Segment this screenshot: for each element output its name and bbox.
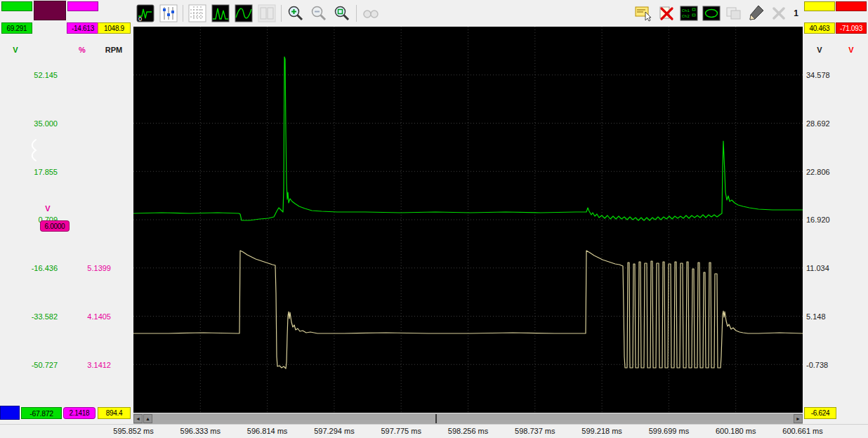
zoom-reset-button[interactable] [333,4,351,22]
time-tick-label: 597.294 ms [314,427,354,435]
right-yellow-bottom-value: -6.624 [804,407,836,419]
toolbar-separator [356,5,357,22]
tick-label: 22.806 [806,167,845,177]
time-tick-label: 599.699 ms [649,427,689,435]
time-tick-label: 596.333 ms [180,427,221,435]
connect-bar-button[interactable] [635,4,653,22]
disconnect-button[interactable] [657,4,676,22]
magenta-bottom-value: 2.1418 [63,407,96,419]
tick-label: 34.578 [806,70,845,80]
horizontal-scrollbar[interactable]: ◄ ▲ ► [133,413,803,424]
annotate-pen-button[interactable] [747,4,765,22]
scroll-marker-button[interactable]: ▲ [143,414,152,423]
measurement-rulers-button[interactable] [159,4,178,22]
magenta-live-value[interactable]: 6.0000 [40,220,70,232]
svg-text:Ch1: Ch1 [682,8,690,13]
tick-label: 5.148 [806,312,845,321]
waveform-smooth-button[interactable] [235,4,253,22]
green-scale: 52.14535.00017.8550.709-16.436-33.582-50… [1,0,29,393]
scroll-thumb[interactable] [435,414,437,423]
waveform-plot[interactable] [133,27,803,413]
time-tick-label: 595.852 ms [113,427,153,435]
yellow-bottom-value: 894.4 [98,407,131,419]
main-toolbar: 0 [133,0,803,27]
toolbar-right-group: Ch1 Ch2 1 [635,4,800,22]
tick-label: 28.692 [806,119,845,128]
magenta-live-unit: V [27,204,69,213]
tick-label: 11.034 [806,263,845,273]
time-axis: 595.852 ms596.333 ms596.814 ms597.294 ms… [0,424,868,438]
tick-label: 16.920 [806,215,845,225]
scope-view-button[interactable] [702,4,721,22]
page-number: 1 [792,8,800,18]
time-tick-label: 599.218 ms [581,427,622,435]
scroll-right-button[interactable]: ► [794,414,803,423]
close-icon[interactable] [770,4,788,22]
time-tick-label: 600.661 ms [782,427,822,435]
channel-labels-button[interactable]: Ch1 Ch2 [680,4,698,22]
trigger-marker[interactable] [28,138,39,162]
time-tick-label: 598.256 ms [448,427,488,435]
zoom-out-button[interactable] [310,4,328,22]
toolbar-separator [183,5,183,22]
left-axis-panel: 69.291 -14.613 1048.9 V % RPM 52.14535.0… [0,0,133,438]
scope-app: 69.291 -14.613 1048.9 V % RPM 52.14535.0… [0,0,868,438]
channel-d-button[interactable] [0,406,20,420]
tick-label: -0.738 [806,360,845,370]
scroll-left-button[interactable]: ◄ [133,414,143,423]
channel-options-button[interactable]: 0 [136,4,154,22]
right-yellow-scale: 34.57828.69222.80616.92011.0345.148-0.73… [806,0,845,393]
waveform-ignition-secondary-green [133,57,803,220]
right-axis-panel: 40.463 -71.093 V V 34.57828.69222.80616.… [803,0,868,438]
svg-text:0: 0 [138,15,142,22]
green-bottom-value: -67.872 [21,407,62,419]
svg-text:Ch2: Ch2 [682,14,690,19]
time-tick-label: 597.775 ms [381,427,421,435]
zoom-in-button[interactable] [287,4,305,22]
time-tick-label: 598.737 ms [515,427,555,435]
waveform-peaks-button[interactable] [211,4,230,22]
expand-view-button[interactable] [725,4,743,22]
split-view-button[interactable] [258,4,276,22]
magenta-scale: 5.13994.14053.1412 [27,0,69,393]
waveform-canvas [133,27,803,413]
time-tick-label: 596.814 ms [247,427,287,435]
grid-settings-button[interactable] [188,4,206,22]
preview-glasses-button[interactable] [362,4,380,22]
time-tick-label: 600.180 ms [716,427,756,435]
toolbar-separator [281,5,282,22]
yellow-scale: 1029.61010.3991.0971.6952.3933.0913.7 [86,0,128,393]
